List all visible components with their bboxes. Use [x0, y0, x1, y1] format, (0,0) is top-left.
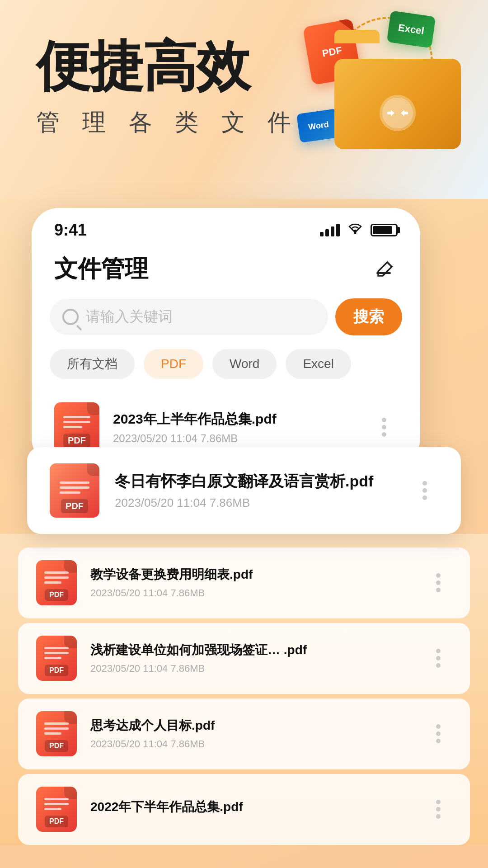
file-more-button-highlighted[interactable] — [411, 477, 438, 504]
highlighted-file-container: PDF 冬日有怀李白原文翻译及语言赏析.pdf 2023/05/20 11:04… — [27, 447, 461, 534]
file-more-button-5[interactable] — [425, 720, 452, 747]
search-bar-area: 请输入关键词 搜索 — [32, 294, 420, 344]
file-more-button-1[interactable] — [371, 414, 398, 441]
file-info-highlighted: 冬日有怀李白原文翻译及语言赏析.pdf 2023/05/20 11:04 7.8… — [115, 471, 411, 509]
file-name-4: 浅析建设单位如何加强现场签证… .pdf — [90, 642, 425, 658]
hero-title: 便捷高效 — [36, 36, 452, 96]
file-meta-3: 2023/05/20 11:04 7.86MB — [90, 587, 425, 599]
filter-tab-all[interactable]: 所有文档 — [50, 349, 135, 379]
file-info-4: 浅析建设单位如何加强现场签证… .pdf 2023/05/20 11:04 7.… — [90, 642, 425, 675]
edit-button[interactable] — [372, 256, 398, 282]
file-more-button-4[interactable] — [425, 645, 452, 672]
filter-tab-pdf[interactable]: PDF — [144, 349, 203, 379]
search-input-wrap[interactable]: 请输入关键词 — [50, 299, 328, 335]
file-item-4[interactable]: PDF 浅析建设单位如何加强现场签证… .pdf 2023/05/20 11:0… — [18, 623, 470, 694]
filter-tab-word[interactable]: Word — [212, 349, 277, 379]
svg-point-1 — [354, 231, 357, 234]
file-info-6: 2022年下半年作品总集.pdf — [90, 799, 425, 820]
file-icon-highlighted: PDF — [50, 463, 99, 518]
file-name-highlighted: 冬日有怀李白原文翻译及语言赏析.pdf — [115, 471, 411, 491]
file-meta-5: 2023/05/20 11:04 7.86MB — [90, 738, 425, 750]
file-more-button-6[interactable] — [425, 796, 452, 823]
wifi-icon — [347, 222, 363, 238]
status-time: 9:41 — [54, 221, 87, 240]
battery-icon — [371, 224, 398, 236]
file-icon-5: PDF — [36, 711, 77, 756]
phone-mockup: 9:41 — [32, 208, 420, 465]
highlighted-file-item[interactable]: PDF 冬日有怀李白原文翻译及语言赏析.pdf 2023/05/20 11:04… — [27, 447, 461, 534]
status-icons — [320, 222, 398, 238]
file-info-1: 2023年上半年作品总集.pdf 2023/05/20 11:04 7.86MB — [113, 410, 371, 445]
search-button[interactable]: 搜索 — [335, 298, 402, 335]
file-item-3[interactable]: PDF 教学设备更换费用明细表.pdf 2023/05/20 11:04 7.8… — [18, 547, 470, 618]
file-more-button-3[interactable] — [425, 569, 452, 596]
app-header: 文件管理 — [32, 244, 420, 294]
status-bar: 9:41 — [32, 208, 420, 244]
file-icon-6: PDF — [36, 787, 77, 832]
file-name-5: 思考达成个人目标.pdf — [90, 717, 425, 734]
file-icon-4: PDF — [36, 636, 77, 681]
signal-icon — [320, 224, 340, 236]
file-info-5: 思考达成个人目标.pdf 2023/05/20 11:04 7.86MB — [90, 717, 425, 750]
file-name-3: 教学设备更换费用明细表.pdf — [90, 566, 425, 583]
file-icon-pdf-1: PDF — [54, 402, 99, 452]
filter-tabs: 所有文档 PDF Word Excel — [32, 344, 420, 390]
search-icon — [62, 309, 79, 325]
search-placeholder: 请输入关键词 — [86, 307, 173, 327]
file-info-3: 教学设备更换费用明细表.pdf 2023/05/20 11:04 7.86MB — [90, 566, 425, 599]
phone-mockup-container: 9:41 — [32, 208, 420, 465]
file-icon-3: PDF — [36, 560, 77, 605]
hero-subtitle: 管 理 各 类 文 件 — [36, 107, 452, 138]
file-meta-4: 2023/05/20 11:04 7.86MB — [90, 663, 425, 675]
file-item-5[interactable]: PDF 思考达成个人目标.pdf 2023/05/20 11:04 7.86MB — [18, 698, 470, 769]
hero-section: 便捷高效 管 理 各 类 文 件 PDF Excel Word — [0, 0, 488, 199]
file-item-6[interactable]: PDF 2022年下半年作品总集.pdf — [18, 774, 470, 845]
bottom-file-section: PDF 教学设备更换费用明细表.pdf 2023/05/20 11:04 7.8… — [0, 534, 488, 845]
file-meta-highlighted: 2023/05/20 11:04 7.86MB — [115, 496, 411, 510]
file-meta-1: 2023/05/20 11:04 7.86MB — [113, 432, 371, 445]
file-name-1: 2023年上半年作品总集.pdf — [113, 410, 371, 428]
app-title: 文件管理 — [54, 253, 148, 285]
filter-tab-excel[interactable]: Excel — [286, 349, 351, 379]
file-name-6: 2022年下半年作品总集.pdf — [90, 799, 425, 815]
